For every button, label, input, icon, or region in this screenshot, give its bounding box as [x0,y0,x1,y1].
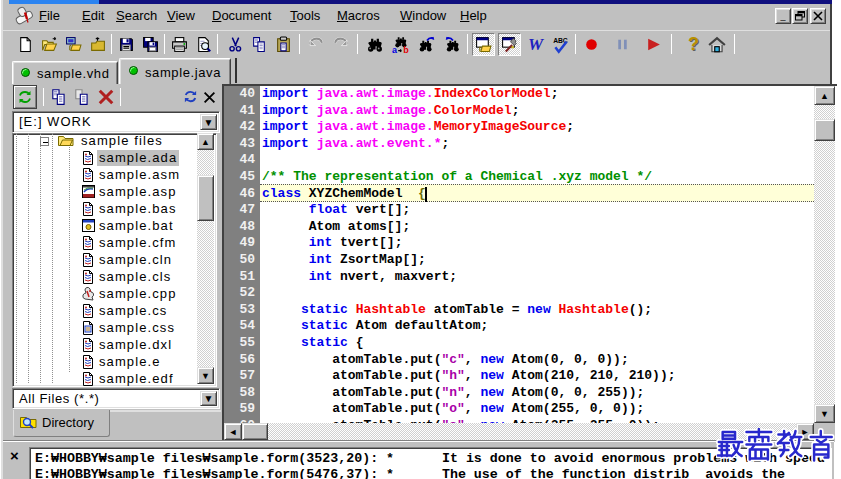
svg-text:b: b [403,45,409,54]
